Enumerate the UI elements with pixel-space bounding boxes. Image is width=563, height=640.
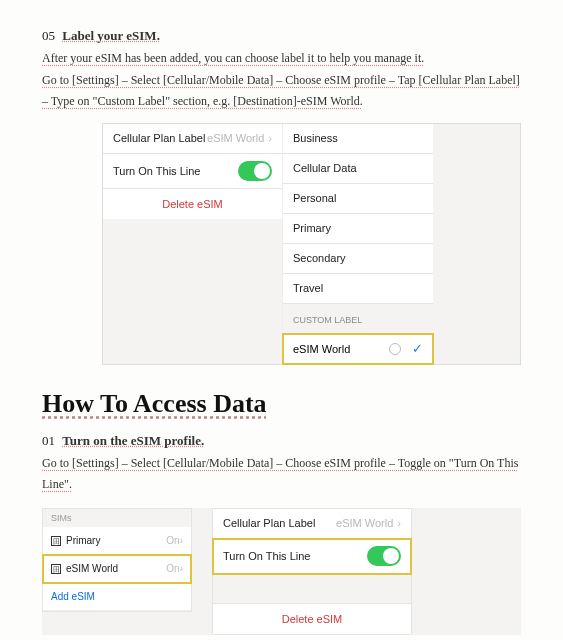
turn-on-line-label-2: Turn On This Line [223, 550, 310, 562]
check-icon[interactable]: ✓ [412, 341, 423, 356]
option-primary[interactable]: Primary [283, 214, 433, 244]
step-01a-line: Go to [Settings] – Select [Cellular/Mobi… [42, 453, 521, 496]
add-esim-label: Add eSIM [51, 591, 95, 602]
option-secondary[interactable]: Secondary [283, 244, 433, 274]
chevron-right-icon: › [397, 517, 401, 529]
sim-esim-row[interactable]: 田eSIM World On› [43, 555, 191, 583]
cellular-plan-panel: Cellular Plan Label eSIM World› Turn On … [212, 508, 412, 635]
step-05-line2: Go to [Settings] – Select [Cellular/Mobi… [42, 70, 521, 113]
step-05-heading: 05 Label your eSIM. [42, 28, 521, 44]
sim-slot-icon: 田 [51, 536, 61, 546]
sim-esim-label: eSIM World [66, 563, 118, 574]
sim-list-panel: SIMs 田Primary On› 田eSIM World On› Add eS… [42, 508, 192, 612]
fig05-left-spacer [103, 219, 282, 364]
delete-esim-row-2[interactable]: Delete eSIM [213, 604, 411, 634]
clear-icon[interactable] [389, 343, 401, 355]
cellular-plan-label-text: Cellular Plan Label [113, 132, 205, 144]
option-travel[interactable]: Travel [283, 274, 433, 304]
figure-05: Cellular Plan Label eSIM World› Turn On … [102, 123, 521, 365]
toggle-on-icon[interactable] [367, 546, 401, 566]
option-business[interactable]: Business [283, 124, 433, 154]
add-esim-row[interactable]: Add eSIM [43, 583, 191, 611]
custom-label-input[interactable] [293, 343, 383, 355]
step-05-number: 05 [42, 28, 55, 43]
cellular-plan-label-row-2[interactable]: Cellular Plan Label eSIM World› [213, 509, 411, 539]
spacer-row [213, 574, 411, 604]
chevron-right-icon: › [180, 563, 183, 574]
delete-esim-row[interactable]: Delete eSIM [103, 189, 282, 219]
step-01a-number: 01 [42, 433, 55, 448]
sim-list-header: SIMs [43, 509, 191, 527]
figure-01a: SIMs 田Primary On› 田eSIM World On› Add eS… [42, 508, 521, 635]
turn-on-line-row-2[interactable]: Turn On This Line [213, 539, 411, 574]
cellular-plan-label-text-2: Cellular Plan Label [223, 517, 315, 529]
option-cellular-data[interactable]: Cellular Data [283, 154, 433, 184]
delete-esim-label: Delete eSIM [113, 198, 272, 210]
fig05-left-panel: Cellular Plan Label eSIM World› Turn On … [103, 124, 283, 364]
step-05-line1: After your eSIM has been added, you can … [42, 48, 521, 70]
custom-label-input-row[interactable]: ✓ [283, 334, 433, 364]
sim-primary-label: Primary [66, 535, 100, 546]
sim-slot-icon: 田 [51, 564, 61, 574]
step-01a-title: Turn on the eSIM profile. [62, 433, 204, 448]
delete-esim-label-2: Delete eSIM [223, 613, 401, 625]
toggle-on-icon[interactable] [238, 161, 272, 181]
cellular-plan-label-row[interactable]: Cellular Plan Label eSIM World› [103, 124, 282, 154]
step-01a-heading: 01 Turn on the eSIM profile. [42, 433, 521, 449]
cellular-plan-value: eSIM World› [207, 132, 272, 144]
option-personal[interactable]: Personal [283, 184, 433, 214]
sim-primary-row[interactable]: 田Primary On› [43, 527, 191, 555]
step-05-title: Label your eSIM. [62, 28, 160, 43]
custom-label-header: CUSTOM LABEL [283, 304, 433, 334]
turn-on-line-row[interactable]: Turn On This Line [103, 154, 282, 189]
section-access-data: How To Access Data [42, 389, 521, 419]
turn-on-line-label: Turn On This Line [113, 165, 200, 177]
fig05-right-panel: Business Cellular Data Personal Primary … [283, 124, 433, 364]
chevron-right-icon: › [180, 535, 183, 546]
chevron-right-icon: › [268, 132, 272, 144]
